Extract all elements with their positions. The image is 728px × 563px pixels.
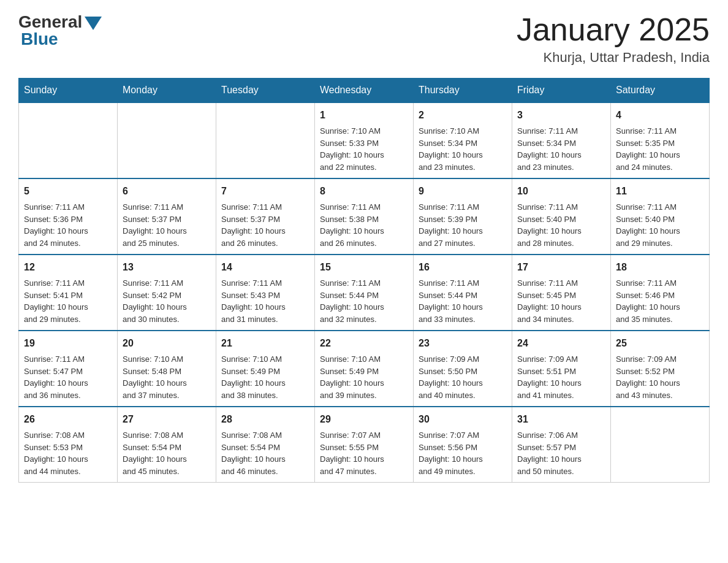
calendar-day-cell: 20Sunrise: 7:10 AMSunset: 5:48 PMDayligh… xyxy=(118,331,216,407)
day-info-line: Sunset: 5:51 PM xyxy=(517,367,576,376)
calendar-day-cell: 10Sunrise: 7:11 AMSunset: 5:40 PMDayligh… xyxy=(512,178,611,255)
calendar-day-cell: 25Sunrise: 7:09 AMSunset: 5:52 PMDayligh… xyxy=(611,331,710,407)
day-info-line: and 40 minutes. xyxy=(419,391,476,400)
title-section: January 2025 Khurja, Uttar Pradesh, Indi… xyxy=(517,12,710,66)
calendar-day-cell: 19Sunrise: 7:11 AMSunset: 5:47 PMDayligh… xyxy=(19,331,118,407)
day-info-line: Sunrise: 7:10 AM xyxy=(123,354,183,364)
day-number: 9 xyxy=(419,184,507,199)
day-number: 22 xyxy=(320,336,408,351)
day-info-line: and 24 minutes. xyxy=(24,239,81,248)
day-info-line: Daylight: 10 hours xyxy=(221,302,286,312)
day-number: 13 xyxy=(123,260,211,275)
day-info-line: and 35 minutes. xyxy=(616,315,673,324)
day-info-line: and 26 minutes. xyxy=(320,239,377,248)
calendar-day-cell: 23Sunrise: 7:09 AMSunset: 5:50 PMDayligh… xyxy=(414,331,512,407)
day-info-line: Sunset: 5:35 PM xyxy=(616,139,675,148)
day-info-line: Sunrise: 7:08 AM xyxy=(123,431,183,440)
day-info-line: and 27 minutes. xyxy=(419,239,476,248)
day-info-line: and 28 minutes. xyxy=(517,239,574,248)
calendar-day-cell: 24Sunrise: 7:09 AMSunset: 5:51 PMDayligh… xyxy=(512,331,611,407)
day-info-line: Sunset: 5:42 PM xyxy=(123,291,181,300)
day-number: 16 xyxy=(419,260,507,275)
calendar-day-cell: 2Sunrise: 7:10 AMSunset: 5:34 PMDaylight… xyxy=(414,102,512,178)
day-info-line: and 32 minutes. xyxy=(320,315,377,324)
calendar-day-cell: 7Sunrise: 7:11 AMSunset: 5:37 PMDaylight… xyxy=(216,178,315,255)
calendar-day-cell: 14Sunrise: 7:11 AMSunset: 5:43 PMDayligh… xyxy=(216,255,315,331)
day-info-line: Daylight: 10 hours xyxy=(419,226,483,236)
calendar-day-header: Friday xyxy=(512,79,611,103)
calendar-day-cell: 29Sunrise: 7:07 AMSunset: 5:55 PMDayligh… xyxy=(315,407,414,483)
day-info-line: Daylight: 10 hours xyxy=(517,454,582,464)
calendar-day-cell xyxy=(118,102,216,178)
day-info-line: and 30 minutes. xyxy=(123,315,180,324)
calendar-day-header: Tuesday xyxy=(216,79,315,103)
calendar-body: 1Sunrise: 7:10 AMSunset: 5:33 PMDaylight… xyxy=(19,102,710,483)
day-info-line: Daylight: 10 hours xyxy=(320,302,384,312)
day-info-line: Sunset: 5:43 PM xyxy=(221,291,280,300)
calendar-day-cell: 6Sunrise: 7:11 AMSunset: 5:37 PMDaylight… xyxy=(118,178,216,255)
calendar-header-row: SundayMondayTuesdayWednesdayThursdayFrid… xyxy=(19,79,710,103)
day-info-line: Daylight: 10 hours xyxy=(221,226,286,236)
day-info-line: and 50 minutes. xyxy=(517,467,574,476)
day-info-line: Daylight: 10 hours xyxy=(123,302,187,312)
day-info-line: Sunset: 5:37 PM xyxy=(123,215,181,224)
day-number: 23 xyxy=(419,336,507,351)
day-info-line: Sunrise: 7:11 AM xyxy=(517,202,578,212)
calendar-day-cell: 13Sunrise: 7:11 AMSunset: 5:42 PMDayligh… xyxy=(118,255,216,331)
day-number: 17 xyxy=(517,260,605,275)
calendar-day-cell: 18Sunrise: 7:11 AMSunset: 5:46 PMDayligh… xyxy=(611,255,710,331)
calendar-week-row: 12Sunrise: 7:11 AMSunset: 5:41 PMDayligh… xyxy=(19,255,710,331)
day-number: 19 xyxy=(24,336,112,351)
calendar-week-row: 1Sunrise: 7:10 AMSunset: 5:33 PMDaylight… xyxy=(19,102,710,178)
calendar-day-cell: 15Sunrise: 7:11 AMSunset: 5:44 PMDayligh… xyxy=(315,255,414,331)
day-info-line: Daylight: 10 hours xyxy=(123,378,187,388)
day-info-line: Sunrise: 7:08 AM xyxy=(221,431,282,440)
calendar-day-cell: 4Sunrise: 7:11 AMSunset: 5:35 PMDaylight… xyxy=(611,102,710,178)
day-info-line: Sunset: 5:50 PM xyxy=(419,367,477,376)
page-header: General Blue January 2025 Khurja, Uttar … xyxy=(18,12,710,66)
calendar-day-header: Monday xyxy=(118,79,216,103)
day-number: 15 xyxy=(320,260,408,275)
day-info-line: Sunrise: 7:07 AM xyxy=(320,431,381,440)
day-number: 2 xyxy=(419,108,507,123)
day-info-line: Sunset: 5:46 PM xyxy=(616,291,675,300)
day-info-line: and 23 minutes. xyxy=(517,163,574,172)
day-info-line: Daylight: 10 hours xyxy=(419,454,483,464)
calendar-day-cell xyxy=(19,102,118,178)
day-number: 4 xyxy=(616,108,704,123)
calendar-day-cell: 30Sunrise: 7:07 AMSunset: 5:56 PMDayligh… xyxy=(414,407,512,483)
calendar-day-cell: 28Sunrise: 7:08 AMSunset: 5:54 PMDayligh… xyxy=(216,407,315,483)
day-info-line: Sunrise: 7:11 AM xyxy=(320,278,381,288)
day-info-line: Sunrise: 7:11 AM xyxy=(221,278,282,288)
day-info-line: Daylight: 10 hours xyxy=(517,378,582,388)
logo-triangle-icon xyxy=(85,17,102,30)
day-info-line: Sunset: 5:49 PM xyxy=(221,367,280,376)
day-info-line: Sunset: 5:48 PM xyxy=(123,367,181,376)
calendar-day-cell: 31Sunrise: 7:06 AMSunset: 5:57 PMDayligh… xyxy=(512,407,611,483)
day-info-line: Sunrise: 7:10 AM xyxy=(320,354,381,364)
day-info-line: Sunset: 5:40 PM xyxy=(517,215,576,224)
day-number: 1 xyxy=(320,108,408,123)
day-info-line: Sunset: 5:55 PM xyxy=(320,443,379,452)
calendar-title: January 2025 xyxy=(517,12,710,47)
day-info-line: and 31 minutes. xyxy=(221,315,278,324)
day-number: 14 xyxy=(221,260,309,275)
day-info-line: Daylight: 10 hours xyxy=(517,302,582,312)
day-info-line: Daylight: 10 hours xyxy=(419,378,483,388)
day-number: 30 xyxy=(419,412,507,427)
day-info-line: Sunrise: 7:09 AM xyxy=(517,354,578,364)
calendar-day-cell xyxy=(611,407,710,483)
day-info-line: Sunrise: 7:11 AM xyxy=(616,126,677,136)
day-number: 3 xyxy=(517,108,605,123)
day-info-line: Sunset: 5:34 PM xyxy=(419,139,477,148)
day-number: 11 xyxy=(616,184,704,199)
day-info-line: Daylight: 10 hours xyxy=(24,226,88,236)
calendar-day-cell xyxy=(216,102,315,178)
day-info-line: and 39 minutes. xyxy=(320,391,377,400)
day-info-line: Daylight: 10 hours xyxy=(24,454,88,464)
calendar-day-cell: 27Sunrise: 7:08 AMSunset: 5:54 PMDayligh… xyxy=(118,407,216,483)
day-number: 8 xyxy=(320,184,408,199)
day-info-line: Daylight: 10 hours xyxy=(616,378,680,388)
day-info-line: Daylight: 10 hours xyxy=(419,302,483,312)
day-info-line: and 22 minutes. xyxy=(320,163,377,172)
